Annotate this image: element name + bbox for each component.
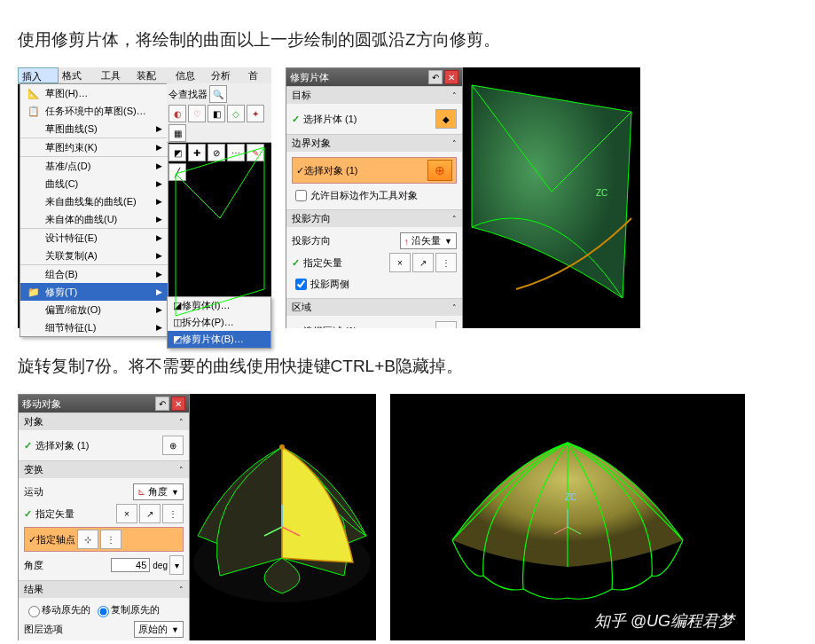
move-orig-radio[interactable]: 移动原先的: [24, 603, 90, 617]
select-sheet-icon[interactable]: ◆: [435, 109, 457, 129]
vec-btn[interactable]: ×: [116, 504, 137, 523]
select-object-icon[interactable]: ⊕: [162, 436, 184, 455]
menu-assembly[interactable]: 装配(A): [133, 67, 172, 83]
select-region-row[interactable]: ✓ 选择区域 (1) ▦: [292, 319, 457, 328]
tool-icon[interactable]: ✦: [247, 105, 264, 122]
angle-dropdown[interactable]: ▾: [169, 555, 184, 575]
menu-design-feature[interactable]: 设计特征(E)▶: [20, 229, 168, 247]
select-object-row[interactable]: ✓ 选择对象 (1) ⊕: [24, 434, 184, 457]
section-header[interactable]: 投影方向˄: [286, 210, 462, 227]
dialog-titlebar[interactable]: 移动对象 ↶ ✕: [19, 395, 189, 412]
move-viewport[interactable]: [188, 394, 376, 640]
section-title: 目标: [292, 89, 311, 102]
axis-label-zc: ZC: [565, 492, 576, 502]
projection-dir-select[interactable]: ↑ 沿矢量▼: [400, 232, 457, 249]
screenshot-move-object: 移动对象 ↶ ✕ 对象˄ ✓ 选择对象 (1) ⊕ 变换˄: [18, 394, 376, 640]
select-sheet-row[interactable]: ✓ 选择片体 (1) ◆: [292, 107, 457, 130]
vector-btn-1[interactable]: ×: [389, 253, 411, 272]
section-title: 变换: [24, 463, 43, 476]
section-header[interactable]: 对象˄: [19, 413, 189, 430]
dialog-title: 修剪片体: [290, 71, 329, 84]
specify-pivot-row[interactable]: ✓ 指定轴点 ⊹ ⋮: [24, 527, 184, 552]
menu-curve[interactable]: 曲线(C)▶: [20, 175, 168, 192]
result-viewport[interactable]: ZC: [390, 394, 745, 640]
menu-detail-feature[interactable]: 细节特征(L)▶: [20, 318, 168, 336]
menu-insert[interactable]: 插入(S): [18, 67, 59, 83]
proj-both-row[interactable]: 投影两侧: [292, 274, 457, 295]
menu-sketch-constraint[interactable]: 草图约束(K)▶: [20, 138, 168, 157]
copy-orig-radio[interactable]: 复制原先的: [93, 603, 160, 617]
section-title: 区域: [292, 301, 311, 314]
allow-tool-checkbox[interactable]: [295, 190, 307, 201]
menu-trim[interactable]: 📁修剪(T)▶: [20, 283, 168, 301]
section-header[interactable]: 目标˄: [286, 87, 462, 104]
tool-icon[interactable]: ◇: [227, 105, 245, 122]
allow-tool-row[interactable]: 允许目标边作为工具对象: [292, 185, 457, 206]
menu-format[interactable]: 格式(R): [59, 67, 98, 83]
tool-icon[interactable]: ◧: [208, 105, 225, 122]
wireframe-preview: [167, 138, 271, 325]
region-icon[interactable]: ▦: [435, 321, 457, 328]
select-boundary-row[interactable]: ✓ 选择对象 (1) ⊕: [292, 157, 457, 184]
section-result: 结果˄ 移动原先的 复制原先的 图层选项 原始的▼ 距离/角度分割 1: [19, 580, 189, 640]
menu-assoc-copy[interactable]: 关联复制(A)▶: [20, 247, 168, 265]
angle-input[interactable]: 45: [111, 558, 150, 572]
section-header[interactable]: 区域˄: [286, 299, 462, 316]
menu-label: 草图曲线(S): [45, 122, 98, 136]
menu-offset-scale[interactable]: 偏置/缩放(O)▶: [20, 301, 168, 318]
submenu-arrow-icon: ▶: [156, 287, 162, 296]
menu-label: 来自曲线集的曲线(E): [45, 195, 137, 208]
menu-pref[interactable]: 首选: [245, 67, 271, 83]
menu-sketch[interactable]: 📐草图(H)…: [20, 84, 168, 102]
pivot-btn[interactable]: ⊹: [77, 530, 98, 549]
undo-button[interactable]: ↶: [155, 397, 169, 411]
tool-icon[interactable]: ◐: [168, 105, 186, 122]
layer-select[interactable]: 原始的▼: [134, 621, 184, 638]
submenu-arrow-icon: ▶: [156, 124, 162, 133]
instruction-text-1: 使用修剪片体，将绘制的曲面以上一步绘制的圆弧沿Z方向修剪。: [18, 28, 797, 51]
menu-task-sketch[interactable]: 📋任务环境中的草图(S)…: [20, 102, 168, 120]
undo-button[interactable]: ↶: [428, 70, 443, 84]
tool-icon[interactable]: ♡: [188, 105, 206, 122]
trim-sheet-dialog: 修剪片体 ↶ ✕ 目标˄ ✓ 选择片体 (1) ◆ 边界对象˄: [286, 67, 463, 328]
close-button[interactable]: ✕: [444, 70, 458, 84]
menu-analysis[interactable]: 分析(L): [208, 67, 246, 83]
trim-viewport[interactable]: ZC: [463, 67, 640, 328]
menu-combine[interactable]: 组合(B)▶: [20, 265, 168, 283]
row-label: 允许目标边作为工具对象: [310, 189, 418, 202]
dialog-titlebar[interactable]: 修剪片体 ↶ ✕: [286, 68, 462, 86]
dialog-title: 移动对象: [22, 397, 61, 411]
menu-sketch-curve[interactable]: 草图曲线(S)▶: [20, 120, 168, 138]
vec-btn[interactable]: ↗: [139, 504, 161, 523]
row-label: 选择片体 (1): [303, 113, 434, 126]
section-object: 对象˄ ✓ 选择对象 (1) ⊕: [19, 412, 189, 460]
submenu-trim-sheet[interactable]: ◩修剪片体(B)…: [168, 331, 270, 348]
tool-icon[interactable]: 🔍: [209, 85, 227, 103]
section-header[interactable]: 变换˄: [19, 461, 189, 478]
vec-btn[interactable]: ⋮: [162, 504, 184, 523]
menu-label: 草图(H)…: [45, 87, 88, 100]
motion-select[interactable]: ⊾ 角度▼: [133, 483, 184, 500]
submenu-arrow-icon: ▶: [156, 143, 162, 152]
specify-vector-row[interactable]: ✓ 指定矢量 × ↗ ⋮: [24, 502, 184, 525]
close-button[interactable]: ✕: [171, 397, 185, 411]
chevron-up-icon: ˄: [452, 91, 457, 100]
vector-btn-2[interactable]: ↗: [412, 253, 434, 272]
proj-both-checkbox[interactable]: [295, 279, 307, 290]
check-icon: ✓: [296, 165, 304, 177]
specify-vector-row[interactable]: ✓ 指定矢量 × ↗ ⋮: [292, 251, 457, 274]
menu-curve-from-set[interactable]: 来自曲线集的曲线(E)▶: [20, 192, 168, 210]
select-boundary-button[interactable]: ⊕: [427, 160, 452, 181]
menu-tools[interactable]: 工具(I): [98, 67, 133, 83]
menu-info[interactable]: 信息(I): [172, 67, 208, 83]
row-label: 图层选项: [24, 623, 134, 636]
check-icon: ✓: [292, 114, 300, 125]
menu-label: 设计特征(E): [45, 232, 98, 245]
vector-btn-3[interactable]: ⋮: [435, 253, 457, 272]
row-label: 角度: [24, 559, 111, 572]
pivot-btn[interactable]: ⋮: [100, 530, 121, 549]
menu-curve-from-body[interactable]: 来自体的曲线(U)▶: [20, 210, 168, 229]
menu-datum[interactable]: 基准/点(D)▶: [20, 157, 168, 175]
section-header[interactable]: 结果˄: [19, 581, 189, 598]
section-header[interactable]: 边界对象˄: [286, 135, 462, 152]
